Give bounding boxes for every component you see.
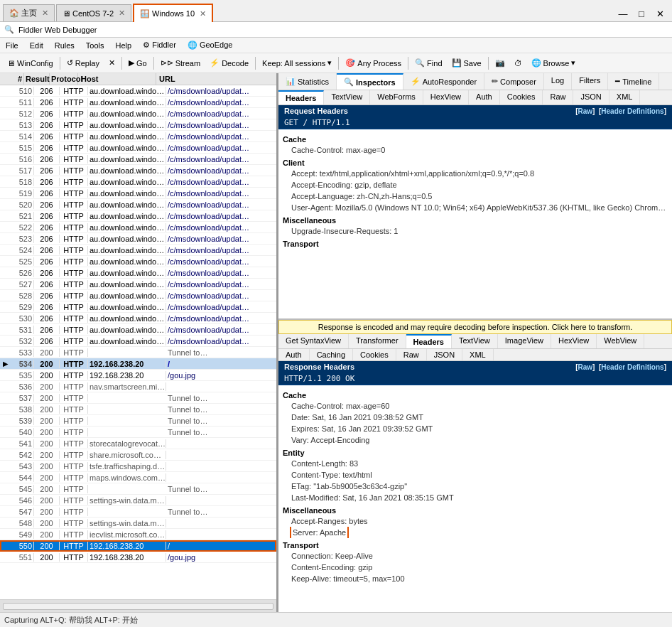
table-row[interactable]: 522206HTTPau.download.windo…/c/msdownloa… — [0, 222, 276, 233]
response-headerdefs-link[interactable]: Header Definitions — [601, 363, 663, 371]
table-row[interactable]: 523206HTTPau.download.windo…/c/msdownloa… — [0, 233, 276, 245]
table-row[interactable]: 521206HTTPau.download.windo…/c/msdownloa… — [0, 210, 276, 222]
tab-filters[interactable]: Filters — [572, 73, 608, 90]
table-row[interactable]: 533200HTTPTunnel to… — [0, 347, 276, 358]
resp-sub-tab-caching[interactable]: Caching — [310, 349, 353, 360]
table-row[interactable]: 547200HTTPTunnel to… — [0, 506, 276, 518]
tab-autoresponder[interactable]: ⚡ AutoResponder — [403, 73, 484, 90]
tab-home[interactable]: 🏠 主页 ✕ — [3, 4, 55, 21]
menu-file[interactable]: File — [0, 40, 24, 51]
table-row[interactable]: 513206HTTPau.download.windo…/c/msdownloa… — [0, 119, 276, 131]
decode-btn[interactable]: ⚡ Decode — [205, 55, 253, 72]
table-row[interactable]: 527206HTTPau.download.windo…/c/msdownloa… — [0, 279, 276, 290]
table-row[interactable]: 531206HTTPau.download.windo…/c/msdownloa… — [0, 324, 276, 336]
inspector-tab-webforms[interactable]: WebForms — [370, 90, 423, 104]
table-row[interactable]: 549200HTTPiecvlist.microsoft.com:… — [0, 529, 276, 540]
table-row[interactable]: 532206HTTPau.download.windo…/c/msdownloa… — [0, 336, 276, 347]
menu-fiddler[interactable]: ⚙ Fiddler — [137, 39, 182, 51]
resp-view-tab-imageview[interactable]: ImageView — [498, 334, 551, 348]
replay-btn[interactable]: ↺ Replay — [63, 55, 104, 72]
table-row[interactable]: 541200HTTPstorecatalogrevocatio… — [0, 438, 276, 449]
table-row[interactable]: 514206HTTPau.download.windo…/c/msdownloa… — [0, 131, 276, 142]
resp-sub-tab-cookies[interactable]: Cookies — [353, 349, 396, 360]
table-row[interactable]: ▶534200HTTP192.168.238.20/ — [0, 358, 276, 370]
table-row[interactable]: 524206HTTPau.download.windo…/c/msdownloa… — [0, 245, 276, 256]
tab-composer[interactable]: ✏ Composer — [484, 73, 544, 90]
table-row[interactable]: 545200HTTPTunnel to… — [0, 483, 276, 495]
table-row[interactable]: 546200HTTPsettings-win.data.micr… — [0, 495, 276, 506]
tab-centos[interactable]: 🖥 CentOS 7-2 ✕ — [56, 4, 131, 21]
inspector-tab-hexview[interactable]: HexView — [423, 90, 469, 104]
inspector-tab-headers[interactable]: Headers — [278, 90, 324, 104]
winconfig-btn[interactable]: 🖥 WinConfig — [3, 55, 58, 72]
table-row[interactable]: 537200HTTPTunnel to… — [0, 392, 276, 404]
inspector-tab-json[interactable]: JSON — [573, 90, 609, 104]
snapshot-btn[interactable]: 📷 — [491, 55, 509, 72]
resp-view-tab-getsyntaxview[interactable]: Get SyntaxView — [278, 334, 349, 348]
browse-btn[interactable]: 🌐 Browse ▾ — [527, 55, 580, 72]
inspector-tab-textview[interactable]: TextView — [324, 90, 370, 104]
table-row[interactable]: 519206HTTPau.download.windo…/c/msdownloa… — [0, 188, 276, 199]
win-minimize[interactable]: — — [614, 6, 632, 21]
request-headerdefs-link[interactable]: Header Definitions — [601, 107, 663, 115]
go-btn[interactable]: ▶ Go — [124, 55, 151, 72]
table-row[interactable]: 512206HTTPau.download.windo…/c/msdownloa… — [0, 108, 276, 119]
encode-warning-bar[interactable]: Response is encoded and may require deco… — [278, 320, 672, 334]
resp-sub-tab-xml[interactable]: XML — [462, 349, 494, 360]
menu-help[interactable]: Help — [110, 40, 138, 51]
inspector-tab-cookies[interactable]: Cookies — [500, 90, 543, 104]
stream-btn[interactable]: ⊳⊳ Stream — [156, 55, 205, 72]
inspector-tab-raw[interactable]: Raw — [543, 90, 573, 104]
find-btn[interactable]: 🔍 Find — [411, 55, 446, 72]
tab-statistics[interactable]: 📊 Statistics — [278, 73, 337, 90]
table-row[interactable]: 539200HTTPTunnel to… — [0, 415, 276, 427]
any-process-btn[interactable]: 🎯 Any Process — [341, 55, 406, 72]
resp-view-tab-headers[interactable]: Headers — [406, 334, 452, 348]
table-row[interactable]: 515206HTTPau.download.windo…/c/msdownloa… — [0, 142, 276, 154]
table-row[interactable]: 518206HTTPau.download.windo…/c/msdownloa… — [0, 176, 276, 188]
request-raw-link[interactable]: Raw — [578, 107, 593, 115]
menu-rules[interactable]: Rules — [49, 40, 80, 51]
close-icon[interactable]: ✕ — [42, 9, 48, 18]
timer-btn[interactable]: ⏱ — [510, 55, 526, 72]
keep-sessions-btn[interactable]: Keep: All sessions ▾ — [258, 55, 336, 72]
table-row[interactable]: 525206HTTPau.download.windo…/c/msdownloa… — [0, 256, 276, 267]
response-raw-link[interactable]: Raw — [578, 363, 593, 371]
table-row[interactable]: 530206HTTPau.download.windo…/c/msdownloa… — [0, 313, 276, 324]
table-row[interactable]: 542200HTTPshare.microsoft.com:… — [0, 449, 276, 461]
resp-sub-tab-json[interactable]: JSON — [427, 349, 462, 360]
table-row[interactable]: 526206HTTPau.download.windo…/c/msdownloa… — [0, 267, 276, 279]
menu-tools[interactable]: Tools — [80, 40, 110, 51]
table-row[interactable]: 510206HTTPau.download.windo…/c/msdownloa… — [0, 85, 276, 97]
table-row[interactable]: 535200HTTP192.168.238.20/gou.jpg — [0, 370, 276, 381]
tab-inspectors[interactable]: 🔍 Inspectors — [337, 73, 403, 90]
table-row[interactable]: 540200HTTPTunnel to… — [0, 427, 276, 438]
menu-geoedge[interactable]: 🌐 GeoEdge — [182, 39, 239, 51]
x-btn[interactable]: ✕ — [104, 55, 119, 72]
table-row[interactable]: 511206HTTPau.download.windo…/c/msdownloa… — [0, 97, 276, 108]
inspector-tab-xml[interactable]: XML — [609, 90, 641, 104]
table-row[interactable]: 520206HTTPau.download.windo…/c/msdownloa… — [0, 199, 276, 210]
resp-sub-tab-auth[interactable]: Auth — [278, 349, 310, 360]
table-row[interactable]: 544200HTTPmaps.windows.com:4… — [0, 472, 276, 483]
table-row[interactable]: 551200HTTP192.168.238.20/gou.jpg — [0, 552, 276, 563]
horizontal-scrollbar[interactable] — [3, 603, 273, 610]
table-row[interactable]: 550200HTTP192.168.238.20/ — [0, 540, 276, 552]
close-icon-win10[interactable]: ✕ — [200, 9, 206, 18]
tab-log[interactable]: Log — [544, 73, 572, 90]
table-row[interactable]: 538200HTTPTunnel to… — [0, 404, 276, 415]
resp-view-tab-textview[interactable]: TextView — [452, 334, 498, 348]
table-row[interactable]: 548200HTTPsettings-win.data.micr… — [0, 518, 276, 529]
table-row[interactable]: 529206HTTPau.download.windo…/c/msdownloa… — [0, 301, 276, 313]
inspector-tab-auth[interactable]: Auth — [469, 90, 500, 104]
tab-timeline[interactable]: ━ Timeline — [608, 73, 659, 90]
tab-windows10[interactable]: 🪟 Windows 10 ✕ — [133, 4, 213, 22]
win-maximize[interactable]: □ — [632, 6, 651, 21]
menu-edit[interactable]: Edit — [24, 40, 49, 51]
table-row[interactable]: 517206HTTPau.download.windo…/c/msdownloa… — [0, 165, 276, 176]
win-close[interactable]: ✕ — [651, 6, 669, 21]
table-row[interactable]: 528206HTTPau.download.windo…/c/msdownloa… — [0, 290, 276, 301]
resp-view-tab-webview[interactable]: WebView — [597, 334, 644, 348]
save-btn[interactable]: 💾 Save — [448, 55, 486, 72]
table-row[interactable]: 516206HTTPau.download.windo…/c/msdownloa… — [0, 154, 276, 165]
